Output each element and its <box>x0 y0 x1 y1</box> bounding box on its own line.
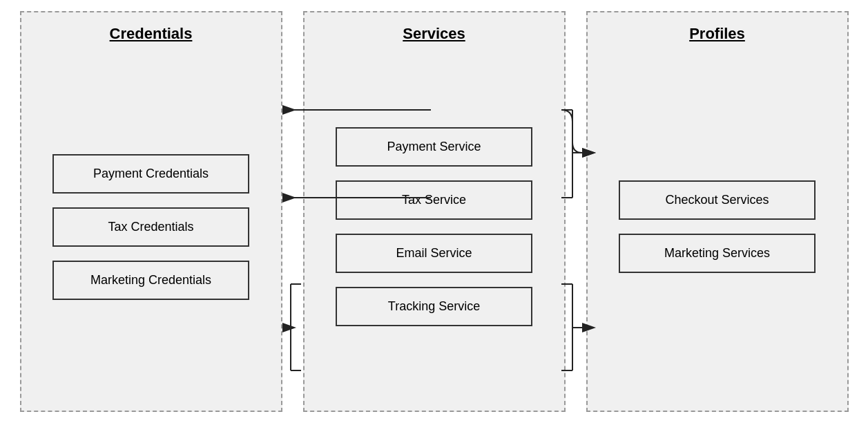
payment-service-box: Payment Service <box>336 127 533 167</box>
profiles-boxes: Checkout Services Marketing Services <box>601 57 833 397</box>
marketing-services-box: Marketing Services <box>619 234 816 273</box>
profiles-column: Profiles Checkout Services Marketing Ser… <box>586 11 849 412</box>
profiles-title: Profiles <box>689 25 745 43</box>
credentials-column: Credentials Payment Credentials Tax Cred… <box>20 11 282 412</box>
credentials-title: Credentials <box>110 25 193 43</box>
email-service-box: Email Service <box>336 234 533 273</box>
gap-1 <box>282 11 303 412</box>
marketing-credentials-box: Marketing Credentials <box>52 261 250 300</box>
services-boxes: Payment Service Tax Service Email Servic… <box>318 57 550 397</box>
payment-credentials-box: Payment Credentials <box>52 154 250 194</box>
services-title: Services <box>403 25 465 43</box>
credentials-boxes: Payment Credentials Tax Credentials Mark… <box>35 57 267 397</box>
services-column: Services Payment Service Tax Service Ema… <box>303 11 566 412</box>
checkout-services-box: Checkout Services <box>619 180 816 220</box>
gap-2 <box>566 11 586 412</box>
tax-service-box: Tax Service <box>336 180 533 220</box>
tracking-service-box: Tracking Service <box>336 287 533 326</box>
diagram: Credentials Payment Credentials Tax Cred… <box>20 11 849 412</box>
tax-credentials-box: Tax Credentials <box>52 207 250 247</box>
